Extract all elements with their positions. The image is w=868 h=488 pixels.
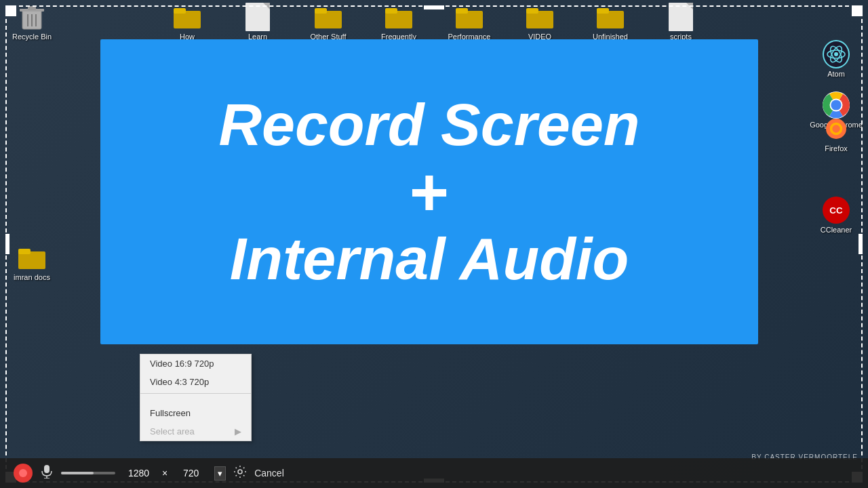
svg-point-29: [832, 125, 840, 132]
atom-label: Atom: [827, 70, 845, 78]
dropdown-item-169720p[interactable]: Video 16:9 720p: [140, 354, 251, 373]
desktop-icon-imran-docs[interactable]: imran docs: [10, 244, 54, 281]
svg-rect-11: [597, 8, 609, 14]
desktop-icon-firefox[interactable]: Firefox: [814, 115, 858, 152]
atom-icon: [823, 40, 850, 68]
desktop: How Learn Other Stuff: [0, 0, 868, 488]
dropdown-item-43720p[interactable]: Video 4:3 720p: [140, 373, 251, 391]
desktop-icon-other[interactable]: Other Stuff: [307, 3, 350, 41]
svg-point-35: [238, 470, 242, 474]
resolution-dropdown-menu: Video 16:9 720p Video 4:3 720p Fullscree…: [140, 354, 252, 441]
desktop-icon-unfinished[interactable]: Unfinished: [589, 3, 632, 41]
svg-point-26: [831, 100, 841, 110]
ccleaner-icon: CC: [823, 196, 850, 224]
edge-handle-right[interactable]: [859, 234, 863, 254]
desktop-icon-performance[interactable]: Performance: [448, 3, 491, 41]
svg-rect-14: [28, 6, 36, 10]
firefox-label: Firefox: [825, 144, 848, 152]
video-title-plus: +: [410, 158, 449, 226]
right-icon-bar: Atom Google Chr: [814, 41, 858, 234]
edge-handle-left[interactable]: [5, 234, 9, 254]
desktop-icon-learn[interactable]: Learn: [236, 3, 279, 41]
video-title-line2: Internal Audio: [230, 229, 629, 289]
svg-point-23: [834, 52, 838, 56]
svg-rect-5: [385, 8, 397, 14]
width-input[interactable]: 1280: [123, 468, 154, 479]
desktop-icon-scripts[interactable]: scripts: [659, 3, 703, 41]
bottom-toolbar: 868 × 488 ▾ Cancel: [0, 458, 868, 488]
firefox-icon: [826, 115, 846, 142]
video-thumbnail: Record Screen + Internal Audio: [100, 39, 758, 344]
chevron-down-icon: ▾: [218, 468, 222, 479]
mic-icon: [41, 465, 53, 479]
svg-text:CC: CC: [829, 205, 843, 216]
recycle-bin-label: Recycle Bin: [12, 33, 52, 41]
resolution-dropdown-button[interactable]: ▾: [214, 466, 226, 481]
dropdown-item-select-area[interactable]: Fullscreen: [140, 404, 251, 422]
height-input[interactable]: 720: [176, 468, 206, 479]
desktop-icon-atom[interactable]: Atom: [814, 41, 858, 78]
dimension-x-separator: ×: [162, 468, 167, 479]
settings-button[interactable]: [234, 466, 246, 481]
audio-slider[interactable]: [61, 472, 115, 474]
desktop-icon-video[interactable]: VIDEO: [518, 3, 561, 41]
dropdown-divider: [140, 393, 251, 394]
svg-rect-3: [315, 8, 327, 14]
svg-rect-7: [456, 8, 468, 14]
top-icon-bar: How Learn Other Stuff: [0, 0, 868, 44]
svg-rect-1: [174, 8, 186, 14]
desktop-icon-frequently[interactable]: Frequently: [377, 3, 420, 41]
video-title-line1: Record Screen: [218, 95, 639, 155]
left-icon-bar: Recycle Bin imran docs: [10, 0, 54, 281]
desktop-icon-how[interactable]: How: [165, 3, 209, 41]
svg-rect-9: [526, 8, 538, 14]
cancel-button[interactable]: Cancel: [254, 468, 284, 479]
audio-slider-fill: [61, 472, 94, 474]
desktop-icon-recycle-bin[interactable]: Recycle Bin: [10, 3, 54, 41]
mic-button[interactable]: [41, 465, 53, 482]
record-button[interactable]: [14, 464, 33, 483]
dropdown-item-select-application: Select area ▶: [140, 422, 251, 441]
desktop-icon-ccleaner[interactable]: CC CCleaner: [814, 197, 858, 234]
dropdown-item-fullscreen[interactable]: [140, 396, 251, 404]
svg-rect-19: [18, 249, 31, 254]
svg-rect-32: [44, 465, 50, 473]
ccleaner-label: CCleaner: [821, 226, 852, 234]
submenu-arrow-icon: ▶: [235, 426, 241, 436]
imran-docs-label: imran docs: [14, 273, 50, 281]
gear-icon: [234, 466, 246, 478]
record-button-inner: [19, 469, 27, 477]
